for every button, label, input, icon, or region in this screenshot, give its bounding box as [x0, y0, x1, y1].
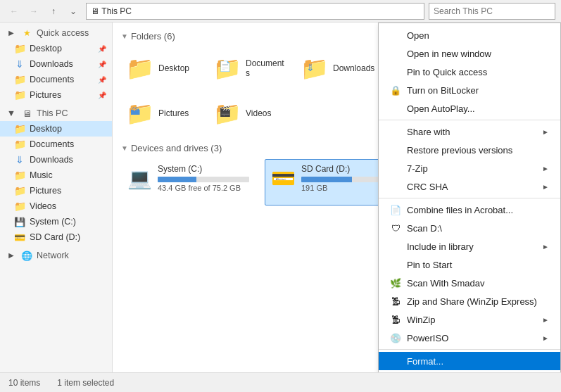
ctx-open-new-window[interactable]: Open in new window — [379, 44, 560, 63]
sidebar-item-pictures-qa[interactable]: 📁 Pictures 📌 — [0, 87, 112, 103]
winzip-icon: 🗜 — [390, 296, 401, 307]
sidebar-label: Documents — [30, 75, 74, 84]
ctx-item-left: 🔒 Turn on BitLocker — [390, 84, 479, 96]
ctx-icon — [390, 66, 401, 77]
ctx-autoplay[interactable]: Open AutoPlay... — [379, 99, 560, 118]
ctx-item-left: 💿 PowerISO — [390, 332, 448, 343]
sidebar-item-documents-qa[interactable]: 📁 Documents 📌 — [0, 72, 112, 87]
ctx-label: Combine files in Acrobat... — [407, 205, 513, 215]
folder-icon: 📁 — [14, 201, 25, 212]
sidebar-label: Pictures — [30, 90, 61, 100]
recent-button[interactable]: ⌄ — [65, 3, 82, 20]
ctx-label: 7-Zip — [407, 163, 428, 174]
back-button[interactable]: ← — [6, 3, 23, 20]
folder-icon: 📁 — [14, 185, 25, 196]
pin-icon2: 📌 — [98, 61, 106, 68]
sidebar-label: Pictures — [30, 186, 61, 196]
folder-documents[interactable]: 📁 📄 Documents — [208, 47, 293, 89]
ctx-label: PowerISO — [407, 333, 448, 343]
sidebar-item-desktop-pc[interactable]: 📁 Desktop — [0, 121, 112, 137]
folder-icon: 📁 — [14, 89, 25, 101]
ctx-bitlocker[interactable]: 🔒 Turn on BitLocker — [379, 81, 560, 99]
folder-icon: 📁 — [14, 139, 25, 150]
chevron-icon: ▼ — [6, 108, 17, 119]
up-button[interactable]: ↑ — [45, 3, 62, 20]
ctx-pin-start[interactable]: Pin to Start — [379, 255, 560, 274]
selection-status: 1 item selected — [57, 378, 114, 388]
sidebar-item-downloads-qa[interactable]: ⇓ Downloads 📌 — [0, 56, 112, 72]
sidebar-section-thispc[interactable]: ▼ 🖥 This PC — [0, 106, 112, 121]
drive-progress-bar — [158, 177, 249, 182]
drive-top: 💻 System (C:) 43.4 GB free of 75.2 GB — [127, 164, 256, 192]
ctx-scan-smadav[interactable]: 🌿 Scan With Smadav — [379, 274, 560, 292]
sidebar-section-network[interactable]: ► 🌐 Network — [0, 248, 112, 263]
ctx-poweriso[interactable]: 💿 PowerISO ► — [379, 329, 560, 347]
search-input[interactable] — [429, 3, 555, 20]
ctx-icon — [390, 103, 401, 114]
ctx-label: Zip and Share (WinZip Express) — [407, 296, 537, 307]
sidebar-item-pictures-pc[interactable]: 📁 Pictures — [0, 183, 112, 198]
ctx-item-left: 🛡 Scan D:\ — [390, 222, 442, 234]
sidebar-label: SD Card (D:) — [30, 232, 80, 242]
sidebar-item-documents-pc[interactable]: 📁 Documents — [0, 137, 112, 152]
ctx-copy[interactable]: Copy — [379, 370, 560, 372]
drive-system-c[interactable]: 💻 System (C:) 43.4 GB free of 75.2 GB — [121, 159, 262, 206]
ctx-item-left: Open in new window — [390, 48, 491, 59]
ctx-open[interactable]: Open — [379, 26, 560, 44]
folder-pictures[interactable]: 📁🏔 Pictures — [121, 92, 206, 134]
folder-icon: 📁 — [14, 123, 25, 134]
ctx-restore-versions[interactable]: Restore previous versions — [379, 141, 560, 159]
sidebar-item-systemc-pc[interactable]: 💾 System (C:) — [0, 214, 112, 229]
sidebar-item-sdcard-pc[interactable]: 💳 SD Card (D:) — [0, 229, 112, 245]
folder-desktop[interactable]: 📁 Desktop — [121, 47, 206, 89]
breadcrumb[interactable]: 🖥 This PC — [86, 3, 424, 20]
downloads-folder-icon: ⇓ — [14, 58, 25, 70]
ctx-item-left: 📄 Combine files in Acrobat... — [390, 204, 513, 215]
ctx-combine-acrobat[interactable]: 📄 Combine files in Acrobat... — [379, 201, 560, 219]
ctx-winzip-express[interactable]: 🗜 Zip and Share (WinZip Express) — [379, 292, 560, 310]
drive-progress-fill — [158, 177, 196, 182]
ctx-7zip[interactable]: 7-Zip ► — [379, 159, 560, 177]
sidebar-item-desktop-qa[interactable]: 📁 Desktop 📌 — [0, 41, 112, 56]
ctx-item-left: 🗜 WinZip — [390, 314, 435, 325]
ctx-winzip[interactable]: 🗜 WinZip ► — [379, 310, 560, 329]
ctx-separator — [379, 120, 560, 120]
chevron-down-icon: ▼ — [121, 144, 128, 152]
ctx-format[interactable]: Format... — [379, 352, 560, 370]
ctx-share[interactable]: Share with ► — [379, 122, 560, 141]
sidebar: ► ★ Quick access 📁 Desktop 📌 ⇓ Downloads… — [0, 23, 113, 372]
ctx-crcsha[interactable]: CRC SHA ► — [379, 177, 560, 196]
ctx-label: Pin to Start — [407, 260, 452, 270]
ctx-label: Open in new window — [407, 49, 491, 59]
breadcrumb-icon: 🖥 — [91, 6, 99, 16]
ctx-pin-quick[interactable]: Pin to Quick access — [379, 63, 560, 81]
drive-icon: 💾 — [14, 216, 25, 227]
ctx-item-left: Include in library — [390, 241, 474, 252]
ctx-include-library[interactable]: Include in library ► — [379, 237, 560, 255]
sidebar-item-videos-pc[interactable]: 📁 Videos — [0, 198, 112, 214]
chevron-down-icon: ▼ — [121, 32, 128, 40]
network-icon: 🌐 — [21, 250, 32, 261]
breadcrumb-text: This PC — [101, 6, 132, 16]
drives-section-text: Devices and drives (3) — [131, 143, 222, 153]
forward-button[interactable]: → — [25, 3, 42, 20]
sidebar-item-music-pc[interactable]: 📁 Music — [0, 167, 112, 183]
sidebar-item-downloads-pc[interactable]: ⇓ Downloads — [0, 152, 112, 167]
sidebar-label: Downloads — [30, 155, 73, 165]
ctx-label: Scan With Smadav — [407, 278, 485, 289]
ctx-scan-d[interactable]: 🛡 Scan D:\ — [379, 219, 560, 237]
sidebar-label: Videos — [30, 201, 56, 211]
sidebar-section-quickaccess: ► ★ Quick access — [0, 25, 112, 41]
folder-downloads[interactable]: 📁⇓ Downloads — [296, 47, 380, 89]
ctx-item-left: CRC SHA — [390, 181, 448, 192]
ctx-icon — [390, 144, 401, 156]
folder-label: Desktop — [158, 63, 189, 73]
drive-info: System (C:) 43.4 GB free of 75.2 GB — [158, 164, 256, 192]
sdcard-big-icon: 💳 — [271, 167, 296, 190]
quickaccess-icon: ★ — [21, 27, 32, 39]
folder-label: Documents — [246, 58, 288, 79]
submenu-arrow-icon: ► — [542, 165, 549, 172]
ctx-item-left: 7-Zip — [390, 163, 428, 174]
ctx-icon — [390, 181, 401, 192]
folder-videos[interactable]: 📁🎬 Videos — [208, 92, 293, 134]
